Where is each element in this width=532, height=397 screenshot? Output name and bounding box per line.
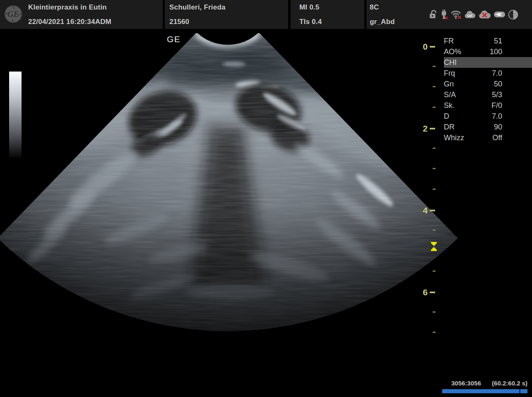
param-label: Frq — [444, 69, 455, 78]
param-row-frq: Frq 7.0 — [444, 68, 532, 79]
status-icon-bar: GE — [429, 9, 518, 20]
param-row-gn: Gn 50 — [444, 79, 532, 89]
ruler-tick-major — [430, 46, 435, 48]
ge-cloud-label: GE — [467, 13, 473, 18]
ruler-tick-major — [430, 210, 435, 211]
focus-position-marker — [430, 242, 438, 251]
preset-name: gr_Abd — [370, 18, 395, 26]
param-row-chi-highlighted: CHI — [444, 57, 532, 68]
cine-frame-counter: 3056:3056 — [451, 380, 481, 387]
imaging-parameter-panel: FR 51 AO% 100 CHI Frq 7.0 Gn 50 S/A 5/3 … — [444, 36, 532, 143]
ruler-tick-minor — [433, 230, 436, 231]
param-label: Gn — [444, 80, 454, 88]
ruler-tick-minor — [433, 270, 436, 272]
clinic-name: Kleintierpraxis in Eutin — [28, 3, 107, 12]
param-row-fr: FR 51 — [444, 36, 532, 46]
param-label: FR — [444, 37, 454, 45]
patient-name: Schulleri, Frieda — [169, 3, 226, 12]
depth-label-0: 0 — [414, 41, 428, 52]
param-label: CHI — [444, 58, 457, 67]
ge-image-watermark: GE — [167, 34, 181, 44]
ruler-tick-minor — [433, 66, 436, 67]
ruler-tick-minor — [433, 148, 436, 149]
ruler-tick-minor — [433, 168, 436, 169]
header-patient-section: Schulleri, Frieda 21560 — [165, 0, 288, 29]
ruler-tick-minor — [433, 86, 436, 87]
param-label: DR — [444, 123, 455, 132]
cine-frame-cursor[interactable] — [519, 389, 520, 393]
cine-status-text: 3056:3056 (60.2:60.2 s) — [442, 380, 527, 387]
ultrasound-screen: { "header": { "clinic": "Kleintierpraxis… — [0, 0, 532, 397]
ruler-tick-major — [430, 128, 435, 129]
ruler-tick-minor — [433, 107, 436, 108]
param-label: S/A — [444, 91, 456, 99]
cine-progress-bar[interactable] — [442, 389, 527, 393]
header-clinic-section: GE Kleintierpraxis in Eutin 22/04/2021 1… — [0, 0, 163, 29]
cine-time-counter: (60.2:60.2 s) — [492, 380, 527, 387]
header-acoustic-section: MI 0.5 TIs 0.4 — [291, 0, 364, 29]
power-plug-icon — [493, 11, 506, 18]
param-value: 51 — [494, 37, 532, 45]
param-value: 7.0 — [492, 112, 532, 121]
ge-logo-monogram: GE — [7, 10, 19, 19]
param-label: AO% — [444, 48, 461, 56]
param-row-sa: S/A 5/3 — [444, 89, 532, 100]
param-value: 7.0 — [492, 69, 532, 78]
param-row-sk: Sk. F/0 — [444, 100, 532, 111]
param-value: 50 — [494, 80, 532, 88]
param-label: Sk. — [444, 101, 455, 110]
param-row-dr: DR 90 — [444, 122, 532, 132]
exam-datetime: 22/04/2021 16:20:34ADM — [28, 18, 111, 26]
param-row-whizz: Whizz Off — [444, 132, 532, 143]
wifi-off-icon — [450, 10, 462, 19]
ruler-tick-minor — [433, 332, 436, 333]
param-value: 90 — [494, 123, 532, 132]
ruler-tick-minor — [433, 189, 436, 190]
unlock-icon — [429, 10, 438, 19]
param-row-ao: AO% 100 — [444, 46, 532, 57]
depth-label-2: 2 — [414, 123, 428, 134]
param-label: D — [444, 112, 449, 121]
tis-value: TIs 0.4 — [299, 18, 322, 26]
patient-id: 21560 — [169, 18, 189, 26]
grayscale-reference-bar — [9, 72, 22, 158]
ruler-tick-minor — [433, 311, 436, 313]
ge-logo-icon: GE — [4, 5, 23, 24]
ge-cloud-icon: GE — [464, 10, 476, 19]
param-value: F/0 — [491, 101, 532, 110]
param-label: Whizz — [444, 134, 464, 142]
depth-label-4: 4 — [414, 205, 428, 216]
contrast-icon — [508, 10, 518, 20]
param-value: 5/3 — [492, 91, 532, 99]
param-value: 100 — [490, 48, 532, 56]
depth-label-6: 6 — [414, 287, 428, 298]
cloud-error-icon — [478, 10, 491, 19]
param-row-d: D 7.0 — [444, 111, 532, 122]
ruler-tick-major — [430, 292, 435, 293]
probe-name: 8C — [370, 3, 379, 12]
mi-value: MI 0.5 — [299, 3, 319, 12]
param-value: Off — [492, 134, 532, 142]
probe-disconnected-icon — [440, 9, 448, 20]
